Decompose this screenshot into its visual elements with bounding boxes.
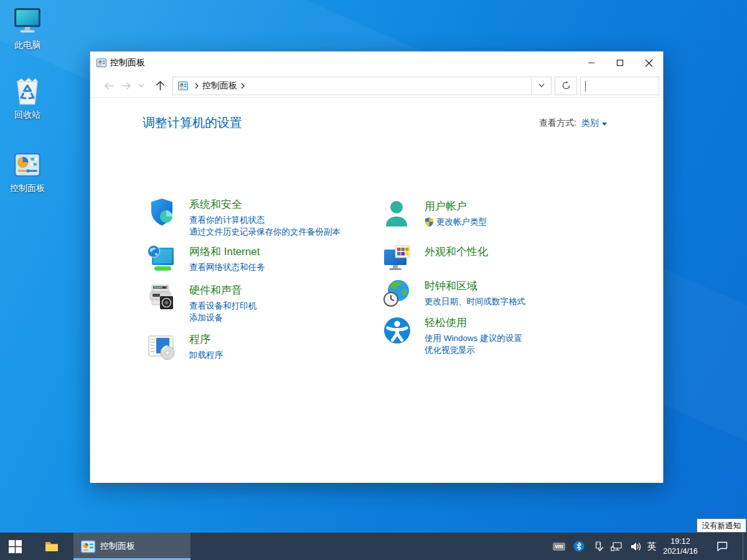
address-bar[interactable]: 控制面板: [172, 77, 552, 95]
desktop-icon-recycle-bin[interactable]: 回收站: [0, 73, 55, 121]
this-pc-icon: [12, 6, 43, 37]
title-bar: 控制面板: [90, 52, 663, 74]
category-hardware-sound: 硬件和声音 查看设备和打印机 添加设备: [147, 283, 377, 324]
action-center-button[interactable]: [708, 533, 736, 560]
category-programs: 程序 卸载程序: [147, 332, 377, 361]
tray-ime-indicator[interactable]: 英: [644, 533, 660, 560]
task-control-panel-icon: [81, 539, 95, 554]
folder-icon: [44, 539, 59, 554]
desktop-icon-label: 控制面板: [0, 183, 55, 194]
up-button[interactable]: [151, 77, 169, 95]
notification-icon: [716, 541, 728, 552]
category-title[interactable]: 时钟和区域: [425, 279, 477, 294]
show-desktop-button[interactable]: [743, 533, 747, 560]
minimize-icon: [588, 59, 595, 67]
category-network-internet: 网络和 Internet 查看网络状态和任务: [147, 245, 377, 273]
search-input[interactable]: [581, 77, 695, 95]
refresh-button[interactable]: [555, 77, 577, 95]
category-system-security: 系统和安全 查看你的计算机状态 通过文件历史记录保存你的文件备份副本: [147, 197, 377, 238]
up-arrow-icon: [156, 80, 165, 91]
clock-time: 19:12: [660, 536, 701, 546]
shield-security-icon[interactable]: [147, 197, 177, 227]
desktop-icon-label: 此电脑: [0, 40, 55, 51]
category-link[interactable]: 使用 Windows 建议的设置: [425, 332, 613, 344]
view-by-label: 查看方式:: [539, 118, 576, 129]
category-title[interactable]: 外观和个性化: [425, 245, 488, 259]
tray-clock[interactable]: 19:12 2021/4/16: [660, 533, 703, 560]
category-link[interactable]: 查看设备和打印机: [189, 300, 377, 312]
close-icon: [645, 59, 653, 67]
clock-date: 2021/4/16: [660, 546, 701, 556]
window-control-panel-icon: [96, 58, 106, 68]
file-explorer-button[interactable]: [36, 533, 67, 560]
breadcrumb-chevron-icon[interactable]: [241, 83, 245, 89]
category-appearance-personalization: 外观和个性化: [382, 245, 613, 261]
category-title[interactable]: 硬件和声音: [189, 283, 242, 298]
taskbar-task-control-panel[interactable]: 控制面板: [73, 533, 190, 560]
category-link[interactable]: 优化视觉显示: [425, 344, 613, 356]
page-title: 调整计算机的设置: [143, 114, 242, 131]
text-caret: [585, 81, 586, 91]
uac-shield-icon: [425, 217, 434, 227]
close-button[interactable]: [634, 52, 663, 74]
category-link[interactable]: 查看你的计算机状态: [189, 214, 377, 226]
breadcrumb-chevron-icon[interactable]: [195, 83, 199, 89]
desktop-wallpaper: 此电脑 回收站 控制面板: [0, 0, 747, 560]
network-internet-icon[interactable]: [147, 245, 177, 274]
tray-usb-icon[interactable]: [590, 533, 606, 560]
category-link[interactable]: 卸载程序: [189, 349, 377, 361]
category-title[interactable]: 用户帐户: [425, 199, 467, 214]
breadcrumb-item-control-panel[interactable]: 控制面板: [202, 80, 237, 91]
view-by-dropdown[interactable]: 类别: [581, 118, 607, 129]
recycle-bin-icon: [11, 73, 44, 107]
category-title[interactable]: 轻松使用: [425, 315, 467, 330]
control-panel-home: 调整计算机的设置 查看方式: 类别 系统和安全: [90, 98, 663, 483]
programs-icon[interactable]: [147, 332, 177, 362]
tray-volume-icon[interactable]: [627, 533, 644, 560]
refresh-icon: [561, 81, 571, 90]
recent-pages-button[interactable]: [135, 77, 148, 95]
tray-vmware-icon[interactable]: vm: [550, 533, 568, 560]
windows-logo-icon: [9, 540, 22, 553]
desktop-icon-control-panel[interactable]: 控制面板: [0, 149, 55, 194]
desktop-icon-this-pc[interactable]: 此电脑: [0, 6, 55, 51]
hardware-sound-icon[interactable]: [147, 283, 177, 313]
navigation-toolbar: 控制面板: [90, 74, 663, 98]
category-link[interactable]: 通过文件历史记录保存你的文件备份副本: [189, 226, 377, 238]
desktop-icon-label: 回收站: [0, 110, 55, 121]
personalization-icon[interactable]: [382, 245, 412, 274]
chevron-down-icon: [538, 83, 545, 88]
address-dropdown-button[interactable]: [531, 77, 551, 95]
maximize-icon: [616, 59, 624, 67]
forward-arrow-icon: [121, 82, 132, 90]
notification-tooltip: 没有新通知: [697, 518, 747, 533]
clock-region-icon[interactable]: [382, 279, 412, 309]
tray-bluetooth-icon[interactable]: [570, 533, 588, 560]
category-link[interactable]: 添加设备: [189, 312, 377, 324]
breadcrumb: 控制面板: [173, 80, 531, 91]
category-title[interactable]: 程序: [189, 332, 210, 347]
category-link[interactable]: 查看网络状态和任务: [189, 261, 377, 273]
control-panel-icon: [12, 149, 43, 180]
user-accounts-icon[interactable]: [382, 199, 412, 229]
category-link-uac[interactable]: 更改帐户类型: [425, 216, 613, 228]
taskbar: 控制面板 vm: [0, 533, 747, 560]
forward-button[interactable]: [118, 77, 135, 95]
maximize-button[interactable]: [606, 52, 634, 74]
minimize-button[interactable]: [577, 52, 606, 74]
tray-network-icon[interactable]: [608, 533, 626, 560]
category-title[interactable]: 系统和安全: [189, 197, 242, 212]
task-label: 控制面板: [100, 541, 135, 552]
search-box[interactable]: [580, 77, 659, 95]
category-title[interactable]: 网络和 Internet: [189, 245, 260, 259]
category-user-accounts: 用户帐户 更改帐户类型: [382, 199, 613, 228]
back-button[interactable]: [100, 77, 118, 95]
chevron-down-icon: [138, 83, 144, 88]
category-link[interactable]: 更改日期、时间或数字格式: [425, 296, 613, 307]
start-button[interactable]: [0, 533, 30, 560]
ease-of-access-icon[interactable]: [382, 315, 412, 345]
address-control-panel-icon: [177, 81, 189, 91]
control-panel-window: 控制面板: [90, 51, 664, 482]
chevron-down-icon: [602, 123, 607, 126]
back-arrow-icon: [103, 82, 115, 90]
